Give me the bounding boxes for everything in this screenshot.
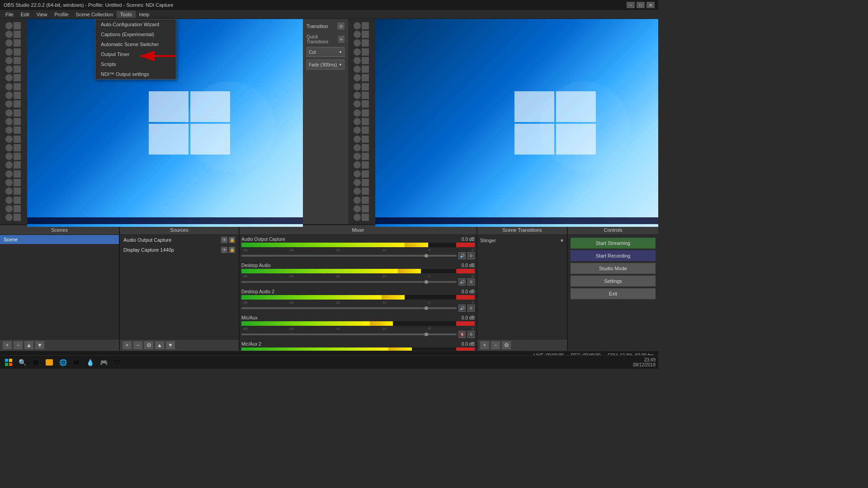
window-title: OBS Studio 22.0.2 (64-bit, windows) - Pr… — [4, 2, 173, 8]
settings-button[interactable]: Settings — [571, 276, 656, 286]
mixer-settings-button-3[interactable]: ⚙ — [467, 331, 475, 338]
mixer-slider-thumb-1 — [425, 280, 428, 284]
mixer-slider-0[interactable] — [241, 255, 457, 257]
icon-square — [362, 127, 369, 134]
close-button[interactable]: ✕ — [646, 2, 655, 8]
icon-item — [5, 135, 22, 143]
taskbar-chrome-button[interactable]: 🌐 — [57, 357, 69, 368]
menu-ndi-output[interactable]: NDI™ Output settings — [95, 69, 176, 79]
stinger-dropdown-arrow[interactable]: ▼ — [560, 238, 564, 243]
icon-circle — [5, 118, 13, 125]
mixer-slider-3[interactable] — [241, 333, 457, 335]
quick-transitions-add-button[interactable]: + — [338, 36, 345, 43]
exit-button[interactable]: Exit — [571, 288, 656, 299]
mail-icon: ✉ — [72, 358, 81, 367]
icon-circle — [354, 48, 361, 56]
icon-square — [362, 83, 369, 90]
mixer-slider-1[interactable] — [241, 281, 457, 283]
taskbar-steam-button[interactable]: 🎮 — [98, 357, 109, 368]
tick-label: -5 — [428, 274, 431, 278]
icon-square — [362, 205, 369, 212]
start-recording-button[interactable]: Start Recording — [571, 250, 656, 261]
transitions-add-button[interactable]: + — [480, 341, 489, 349]
icon-square — [362, 197, 369, 204]
sources-add-button[interactable]: + — [123, 341, 132, 349]
icon-square — [362, 31, 369, 38]
icon-square — [362, 109, 369, 117]
studio-mode-button[interactable]: Studio Mode — [571, 263, 656, 274]
source-eye-button-1[interactable]: 👁 — [221, 247, 227, 253]
source-lock-button-0[interactable]: 🔒 — [229, 237, 235, 243]
icon-circle — [354, 153, 361, 160]
icon-circle — [5, 22, 13, 29]
transition-gear-button[interactable]: ⚙ — [337, 23, 344, 30]
icon-square — [14, 118, 21, 125]
taskbar-task-view-button[interactable]: ⊞ — [30, 357, 42, 368]
icon-square — [14, 31, 21, 38]
icon-item — [354, 39, 370, 47]
taskbar-vpn-button[interactable]: 🛡 — [111, 357, 123, 368]
taskbar-extra-button[interactable]: 💧 — [84, 357, 96, 368]
menu-tools[interactable]: Tools — [117, 11, 136, 18]
tick-label: -10 — [381, 300, 387, 305]
menu-file[interactable]: File — [2, 11, 17, 18]
icon-circle — [5, 205, 13, 212]
icon-square — [362, 48, 369, 56]
mixer-settings-button-1[interactable]: ⚙ — [467, 278, 475, 286]
cut-dropdown[interactable]: Cut ▼ — [307, 47, 344, 57]
sources-settings-button[interactable]: ⚙ — [144, 341, 153, 349]
maximize-button[interactable]: □ — [637, 2, 645, 8]
tick-label: -10 — [381, 248, 387, 252]
right-icon-strip — [348, 19, 375, 224]
menu-edit[interactable]: Edit — [17, 11, 33, 18]
mixer-channel-0: Audio Output Capture 0.0 dB -60 -40 -20 … — [241, 237, 475, 259]
mixer-settings-button-0[interactable]: ⚙ — [467, 252, 475, 259]
mixer-mute-button-2[interactable]: 🔊 — [458, 305, 466, 312]
icon-item — [5, 214, 22, 221]
fade-dropdown[interactable]: Fade (300ms) ▼ — [307, 60, 344, 70]
source-eye-button-0[interactable]: 👁 — [221, 237, 227, 243]
tick-marks-1: -60 -40 -20 -10 -5 0 — [241, 274, 475, 278]
mixer-channel-name-1: Desktop Audio — [241, 263, 271, 268]
sources-move-down-button[interactable]: ▼ — [166, 341, 175, 349]
menu-captions[interactable]: Captions (Experimental) — [95, 29, 176, 39]
mixer-mute-button-3[interactable]: 🔇 — [458, 331, 466, 338]
mixer-channel-header-4: Mic/Aux 2 0.0 dB — [241, 342, 475, 347]
mixer-settings-button-2[interactable]: ⚙ — [467, 305, 475, 312]
menu-scene-collection[interactable]: Scene Collection — [72, 11, 117, 18]
tick-label: -40 — [288, 300, 294, 305]
taskbar-search-button[interactable]: 🔍 — [16, 357, 28, 368]
mixer-slider-2[interactable] — [241, 307, 457, 309]
menu-auto-config[interactable]: Auto-Configuration Wizard — [95, 19, 176, 29]
icon-item — [5, 74, 22, 82]
icon-circle — [354, 83, 361, 90]
mixer-mute-button-0[interactable]: 🔊 — [458, 252, 466, 259]
start-streaming-button[interactable]: Start Streaming — [571, 238, 656, 249]
menu-profile[interactable]: Profile — [51, 11, 72, 18]
icon-item — [5, 178, 22, 186]
sources-move-up-button[interactable]: ▲ — [155, 341, 164, 349]
mixer-mute-button-1[interactable]: 🔊 — [458, 278, 466, 286]
source-item-1[interactable]: Display Capture 1440p 👁 🔒 — [120, 245, 239, 255]
sources-remove-button[interactable]: − — [133, 341, 142, 349]
taskbar-file-explorer-button[interactable] — [43, 357, 55, 368]
taskbar-mail-button[interactable]: ✉ — [71, 357, 82, 368]
svg-rect-3 — [9, 359, 12, 362]
menu-help[interactable]: Help — [136, 11, 153, 18]
transitions-remove-button[interactable]: − — [491, 341, 500, 349]
icon-item — [354, 152, 370, 160]
tick-label: -40 — [288, 327, 294, 331]
transitions-settings-button[interactable]: ⚙ — [502, 341, 511, 349]
minimize-button[interactable]: − — [627, 2, 635, 8]
scenes-add-button[interactable]: + — [3, 341, 12, 349]
menu-view[interactable]: View — [33, 11, 51, 18]
scenes-move-up-button[interactable]: ▲ — [24, 341, 33, 349]
scene-item-0[interactable]: Scene — [0, 235, 119, 244]
windows-logo-sq4 — [190, 124, 230, 155]
taskbar-start-button[interactable] — [3, 357, 14, 368]
scenes-panel-footer: + − ▲ ▼ — [0, 339, 119, 351]
source-item-0[interactable]: Audio Output Capture 👁 🔒 — [120, 235, 239, 245]
scenes-move-down-button[interactable]: ▼ — [35, 341, 44, 349]
scenes-remove-button[interactable]: − — [14, 341, 23, 349]
source-lock-button-1[interactable]: 🔒 — [229, 247, 235, 253]
